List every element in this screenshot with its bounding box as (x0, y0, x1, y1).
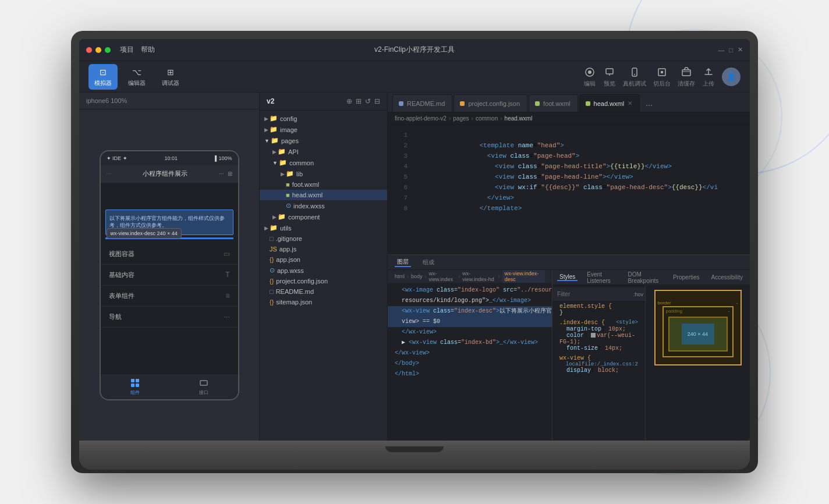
phone-tab-api[interactable]: 接口 (199, 378, 209, 396)
remote-action[interactable]: 预览 (603, 66, 616, 88)
tree-item-image[interactable]: ▶ 📁 image (260, 124, 387, 135)
tree-item-utils[interactable]: ▶ 📁 utils (260, 222, 387, 233)
minimize-icon[interactable]: — (718, 47, 724, 54)
styles-tab-styles[interactable]: Styles (557, 274, 578, 281)
phone-nav-item-3[interactable]: 表单组件 ≡ (101, 286, 238, 307)
bc-common[interactable]: common (476, 115, 498, 122)
tree-item-gitignore[interactable]: ▶ □ .gitignore (260, 233, 387, 244)
tree-item-common[interactable]: ▼ 📁 common (260, 157, 387, 168)
phone-nav-item-1[interactable]: 视图容器 ▭ (101, 244, 238, 265)
phone-tab-components[interactable]: 组件 (130, 378, 140, 396)
tree-item-api[interactable]: ▶ 📁 API (260, 146, 387, 157)
file-sitemap-icon: {} (270, 299, 274, 306)
styles-content: :hov .cls + element.style { (552, 285, 750, 441)
folder-image-icon: 📁 (270, 126, 278, 133)
styles-tab-events[interactable]: Event Listeners (584, 271, 618, 284)
preview-action[interactable]: 编辑 (583, 66, 596, 88)
ln-6: 6 (388, 182, 408, 193)
styles-tab-dom[interactable]: DOM Breakpoints (625, 271, 664, 284)
tree-item-component[interactable]: ▶ 📁 component (260, 211, 387, 222)
tree-item-appwxss[interactable]: ▶ ⊙ app.wxss (260, 265, 387, 276)
arrow-pages: ▼ (264, 138, 270, 144)
collapse-icon[interactable]: ⊟ (374, 97, 380, 105)
new-folder-icon[interactable]: ⊞ (356, 97, 362, 105)
styles-tab-a11y[interactable]: Accessibility (709, 274, 745, 281)
styles-tab-props[interactable]: Properties (671, 274, 702, 281)
phone-bottom-tab: 组件 接口 (101, 374, 238, 399)
code-content[interactable]: <template name="head"> <view class="page… (411, 125, 750, 254)
upload-icon (702, 66, 715, 79)
devtools-tab-wxml[interactable]: 图层 (395, 258, 411, 267)
window-maximize-btn[interactable] (105, 47, 111, 53)
simulate-btn[interactable]: ⊡ 模拟器 (88, 64, 118, 90)
debug-btn[interactable]: ⊞ 调试器 (156, 64, 185, 90)
bc-root[interactable]: fino-applet-demo-v2 (395, 115, 447, 122)
refresh-icon[interactable]: ↺ (365, 97, 371, 105)
tab-project-config[interactable]: project.config.json (454, 94, 527, 112)
tree-item-head-wxml[interactable]: ▶ ■ head.wxml (260, 190, 387, 200)
tab-foot-wxml[interactable]: foot.wxml (529, 94, 578, 112)
styles-tab-bar: Styles Event Listeners DOM Breakpoints P… (552, 270, 750, 285)
window-minimize-btn[interactable] (95, 47, 101, 53)
nav-label-4: 导航 (109, 313, 122, 321)
styles-filter-input[interactable] (557, 291, 631, 297)
code-editor: 1 2 3 4 5 6 7 8 <template name="head"> (388, 125, 750, 254)
menu-project[interactable]: 项目 (120, 45, 134, 55)
tree-item-foot-wxml[interactable]: ▶ ■ foot.wxml (260, 179, 387, 190)
tab-more-btn[interactable]: ··· (641, 98, 657, 112)
tab-readme[interactable]: README.md (392, 94, 452, 112)
tree-item-appjs[interactable]: ▶ JS app.js (260, 244, 387, 254)
hbc-index[interactable]: wx-view.index (429, 271, 456, 282)
cut-action[interactable]: 切后台 (653, 66, 671, 88)
file-tree-list: ▶ 📁 config ▶ 📁 image ▼ (260, 111, 387, 310)
phone-nav-item-2[interactable]: 基础内容 T (101, 265, 238, 286)
bc-sep-3: › (500, 115, 502, 122)
style-wxview: wx-view { localfile:/_index.css:2 displa… (552, 353, 645, 375)
filter-hov[interactable]: :hov (633, 292, 643, 297)
new-file-icon[interactable]: ⊕ (346, 97, 352, 105)
hbc-body[interactable]: body (411, 274, 423, 279)
tree-item-projectjson[interactable]: ▶ {} project.config.json (260, 276, 387, 286)
bc-file[interactable]: head.wxml (505, 115, 533, 122)
bc-pages[interactable]: pages (453, 115, 469, 122)
html-line-3[interactable]: <wx-view class="index-desc">以下将展示小程序官方组件… (388, 306, 552, 317)
devtools-tab-compose[interactable]: 组成 (420, 258, 437, 267)
tree-item-pages[interactable]: ▼ 📁 pages (260, 135, 387, 146)
phone-nav-item-4[interactable]: 导航 ··· (101, 307, 238, 328)
file-readme-icon: □ (270, 288, 274, 295)
tree-name-lib: lib (296, 171, 303, 178)
tree-name-index-wxss: index.wxss (293, 203, 325, 210)
hbc-indexdesc[interactable]: wx-view.index-desc (502, 270, 545, 283)
phone-status-left: ✦ IDE ✦ (107, 155, 127, 161)
upload-action[interactable]: 上传 (702, 66, 715, 88)
file-head-icon: ■ (286, 191, 290, 198)
tree-name-image: image (280, 126, 297, 133)
html-line-4[interactable]: view> == $0 (388, 317, 552, 327)
hbc-html[interactable]: html (395, 274, 405, 279)
tree-name-utils: utils (280, 225, 292, 232)
tab-footwxml-label: foot.wxml (543, 100, 570, 107)
editor-btn[interactable]: ⌥ 编辑器 (122, 64, 151, 90)
close-icon[interactable]: ✕ (738, 46, 743, 54)
box-val-border: - (736, 300, 738, 306)
tab-head-wxml[interactable]: head.wxml ✕ (579, 94, 640, 112)
tab-close-icon[interactable]: ✕ (628, 100, 632, 107)
restore-icon[interactable]: □ (729, 47, 733, 54)
window-close-btn[interactable] (86, 47, 92, 53)
tree-item-readme[interactable]: ▶ □ README.md (260, 286, 387, 297)
tree-item-appjson[interactable]: ▶ {} app.json (260, 254, 387, 265)
tree-item-config[interactable]: ▶ 📁 config (260, 113, 387, 124)
clear-action[interactable]: 清缓存 (678, 66, 695, 88)
user-avatar[interactable]: 👤 (722, 68, 741, 86)
tree-item-index-wxss[interactable]: ▶ ⊙ index.wxss (260, 200, 387, 211)
tree-item-lib[interactable]: ▶ 📁 lib (260, 168, 387, 179)
device-action[interactable]: 真机调试 (623, 66, 646, 88)
device-label: iphone6 100% (79, 93, 259, 109)
tree-item-sitemap[interactable]: ▶ {} sitemap.json (260, 297, 387, 307)
device-icon (628, 66, 641, 79)
phone-status-right: ▌100% (215, 155, 232, 161)
style-link-wxview[interactable]: localfile:/_index.css:2 (566, 361, 638, 367)
hbc-indexhd[interactable]: wx-view.index-hd (462, 271, 496, 282)
style-link-indexdesc[interactable]: <style> (616, 320, 638, 325)
menu-help[interactable]: 帮助 (141, 45, 155, 55)
